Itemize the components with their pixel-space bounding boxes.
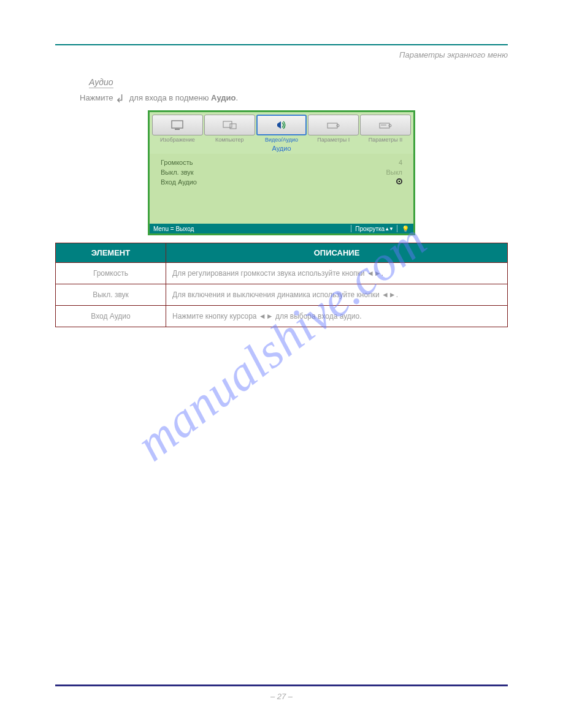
enter-icon: ↲	[115, 92, 124, 105]
footer-divider	[55, 684, 508, 686]
monitor-icon	[169, 119, 185, 131]
table-header-row: ЭЛЕМЕНТ ОПИСАНИЕ	[56, 243, 508, 263]
table-row: Выкл. звук Для включения и выключения ди…	[56, 284, 508, 306]
computer-icon	[221, 119, 237, 131]
top-divider	[55, 44, 508, 45]
osd-footer: Menu = Выход Прокрутка ▲▼ 💡	[150, 224, 413, 233]
osd-tab-params1: Параметры I	[308, 115, 359, 143]
header-right: Параметры экранного меню	[55, 50, 508, 59]
speaker-icon	[274, 119, 289, 131]
osd-tab-video-audio: Видео/Аудио	[256, 115, 307, 143]
spec-table: ЭЛЕМЕНТ ОПИСАНИЕ Громкость Для регулиров…	[55, 243, 508, 327]
svg-rect-2	[223, 121, 232, 127]
svg-rect-4	[327, 123, 337, 128]
osd-tab-computer: Компьютер	[204, 115, 255, 143]
osd-body: Громкость4 Выкл. звукВыкл Вход Аудио	[150, 154, 413, 224]
osd-tab-image: Изображение	[152, 115, 203, 143]
bulb-icon: 💡	[401, 226, 410, 232]
svg-rect-1	[175, 129, 180, 130]
section-instruction: Нажмите ↲ для входа в подменю Аудио.	[80, 92, 508, 105]
table-row: Громкость Для регулирования громкости зв…	[56, 263, 508, 284]
scroll-arrows-icon: ▲▼	[385, 226, 393, 232]
osd-screenshot: Изображение Компьютер Видео/Аудио Параме…	[148, 110, 415, 235]
table-row: Вход Аудио Нажмите кнопку курсора ◄► для…	[56, 306, 508, 327]
osd-title: Аудио	[150, 143, 413, 154]
projector-icon	[326, 119, 342, 131]
projector2-icon	[378, 119, 394, 131]
osd-tab-bar: Изображение Компьютер Видео/Аудио Параме…	[150, 112, 413, 143]
osd-row-mute: Выкл. звукВыкл	[161, 167, 402, 177]
section-heading: Аудио	[89, 77, 113, 88]
radio-icon	[396, 178, 402, 184]
osd-tab-params2: Параметры II	[360, 115, 411, 143]
col-item: ЭЛЕМЕНТ	[56, 243, 166, 263]
page-number: – 27 –	[0, 692, 563, 701]
svg-rect-6	[380, 123, 389, 128]
svg-rect-3	[230, 124, 236, 129]
col-desc: ОПИСАНИЕ	[166, 243, 508, 263]
svg-rect-0	[172, 121, 183, 128]
osd-row-audio-in: Вход Аудио	[161, 177, 402, 187]
osd-row-volume: Громкость4	[161, 157, 402, 167]
